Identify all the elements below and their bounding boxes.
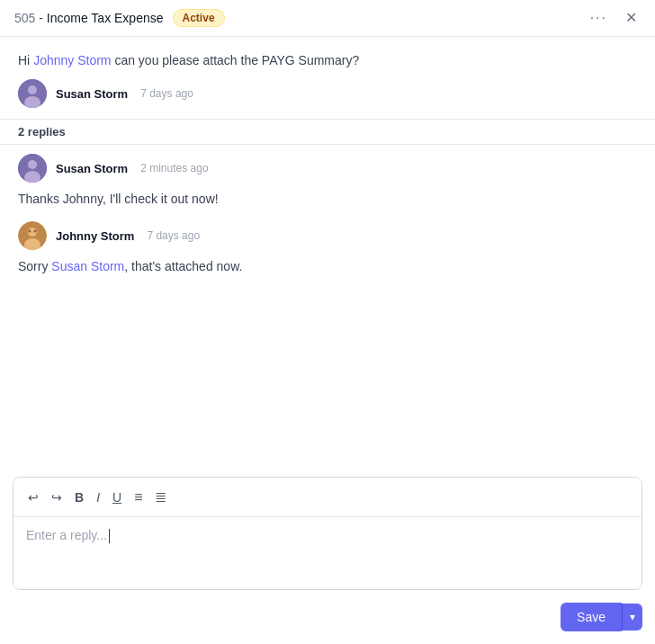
main-message: Hi Johnny Storm can you please attach th… bbox=[0, 37, 655, 119]
account-name: Income Tax Expense bbox=[47, 11, 164, 25]
main-author-row: Susan Storm 7 days ago bbox=[18, 79, 637, 108]
reply-input[interactable]: Enter a reply... bbox=[13, 517, 642, 589]
ordered-list-icon: ≣ bbox=[155, 488, 166, 505]
bold-button[interactable]: B bbox=[69, 487, 89, 508]
reply-timestamp: 2 minutes ago bbox=[140, 162, 208, 174]
account-code: 505 bbox=[14, 11, 35, 25]
main-message-text: Hi Johnny Storm can you please attach th… bbox=[18, 51, 637, 70]
avatar-susan-main bbox=[18, 79, 47, 108]
underline-button[interactable]: U bbox=[107, 487, 127, 508]
comment-panel: 505 - Income Tax Expense Active ··· ✕ Hi… bbox=[0, 0, 655, 644]
avatar-susan-reply bbox=[18, 154, 47, 183]
status-badge: Active bbox=[173, 9, 225, 27]
header-actions: ··· ✕ bbox=[587, 9, 641, 27]
avatar-image bbox=[18, 154, 47, 183]
bottom-actions: Save ▾ bbox=[561, 603, 642, 631]
replies-count: 2 replies bbox=[18, 125, 66, 139]
main-timestamp: 7 days ago bbox=[140, 87, 193, 100]
avatar-image bbox=[18, 221, 47, 250]
italic-button[interactable]: I bbox=[91, 487, 105, 508]
chevron-down-icon: ▾ bbox=[630, 611, 635, 623]
ordered-list-button[interactable]: ≣ bbox=[149, 485, 172, 509]
replies-section: Susan Storm 2 minutes ago Thanks Johnny,… bbox=[0, 145, 655, 276]
undo-icon: ↩ bbox=[28, 490, 39, 505]
more-options-button[interactable]: ··· bbox=[587, 9, 611, 27]
undo-button[interactable]: ↩ bbox=[22, 487, 44, 508]
reply-editor: ↩ ↪ B I U ≡ ≣ Enter a reply... bbox=[13, 477, 642, 590]
redo-icon: ↪ bbox=[51, 490, 62, 505]
reply-author-name: Johnny Storm bbox=[56, 229, 134, 243]
reply-item: Johnny Storm 7 days ago Sorry Susan Stor… bbox=[18, 221, 637, 276]
avatar-johnny-reply bbox=[18, 221, 47, 250]
header-title: 505 - Income Tax Expense bbox=[14, 11, 164, 25]
text-cursor bbox=[109, 529, 110, 543]
reply-author-name: Susan Storm bbox=[56, 162, 128, 175]
bullet-list-icon: ≡ bbox=[134, 489, 142, 505]
close-icon: ✕ bbox=[625, 11, 637, 25]
panel-header: 505 - Income Tax Expense Active ··· ✕ bbox=[0, 0, 655, 37]
svg-point-10 bbox=[34, 230, 37, 233]
bold-icon: B bbox=[75, 490, 84, 505]
reply-body: Thanks Johnny, I'll check it out now! bbox=[18, 190, 637, 209]
more-icon: ··· bbox=[590, 11, 607, 25]
italic-icon: I bbox=[96, 490, 100, 505]
avatar-image bbox=[18, 79, 47, 108]
reply-header: Johnny Storm 7 days ago bbox=[18, 221, 637, 250]
reply-timestamp: 7 days ago bbox=[147, 229, 200, 242]
main-author-name: Susan Storm bbox=[56, 87, 128, 101]
reply-body: Sorry Susan Storm, that's attached now. bbox=[18, 257, 637, 276]
mention-susan: Susan Storm bbox=[51, 259, 124, 273]
svg-point-9 bbox=[29, 230, 31, 233]
replies-divider: 2 replies bbox=[0, 119, 655, 145]
editor-toolbar: ↩ ↪ B I U ≡ ≣ bbox=[13, 478, 642, 517]
editor-placeholder: Enter a reply... bbox=[26, 528, 107, 542]
svg-point-1 bbox=[28, 85, 37, 94]
close-button[interactable]: ✕ bbox=[622, 9, 641, 27]
reply-header: Susan Storm 2 minutes ago bbox=[18, 154, 637, 183]
svg-point-4 bbox=[28, 160, 37, 169]
save-button[interactable]: Save bbox=[561, 603, 622, 631]
redo-button[interactable]: ↪ bbox=[46, 487, 67, 508]
bullet-list-button[interactable]: ≡ bbox=[129, 486, 148, 509]
underline-icon: U bbox=[112, 490, 121, 505]
save-dropdown-button[interactable]: ▾ bbox=[622, 604, 642, 631]
mention-johnny: Johnny Storm bbox=[33, 53, 111, 67]
reply-item: Susan Storm 2 minutes ago Thanks Johnny,… bbox=[18, 154, 637, 209]
